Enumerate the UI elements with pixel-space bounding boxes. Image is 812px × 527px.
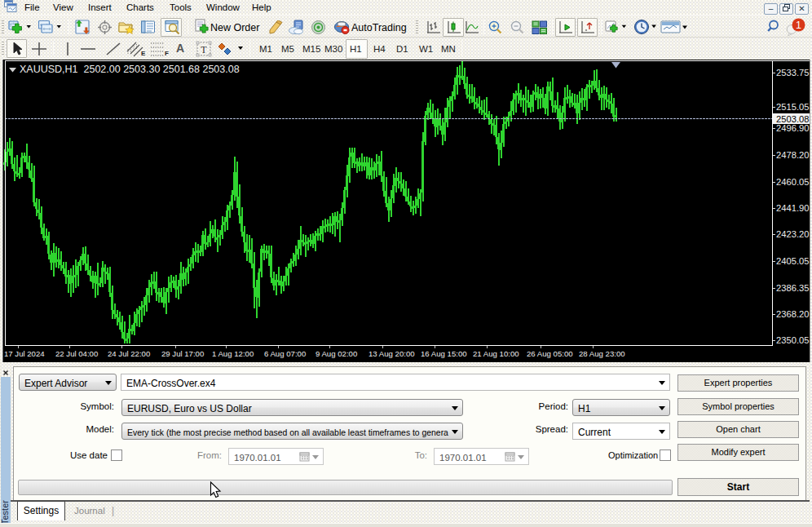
- svg-text:2515.05: 2515.05: [776, 102, 809, 112]
- svg-text:2441.90: 2441.90: [776, 203, 809, 213]
- svg-text:2503.08: 2503.08: [776, 114, 809, 124]
- svg-text:9 Aug 02:00: 9 Aug 02:00: [316, 349, 357, 358]
- svg-text:16 Aug 15:00: 16 Aug 15:00: [421, 349, 467, 358]
- svg-text:2478.20: 2478.20: [776, 150, 809, 160]
- svg-text:6 Aug 07:00: 6 Aug 07:00: [264, 349, 306, 358]
- svg-text:2533.75: 2533.75: [776, 68, 809, 78]
- svg-text:2405.05: 2405.05: [776, 256, 809, 266]
- svg-text:2423.20: 2423.20: [776, 229, 809, 239]
- svg-text:E: E: [141, 50, 146, 57]
- svg-text:26 Aug 05:00: 26 Aug 05:00: [527, 349, 573, 358]
- svg-text:24 Jul 22:00: 24 Jul 22:00: [108, 349, 150, 358]
- svg-text:22 Jul 04:00: 22 Jul 04:00: [55, 349, 98, 358]
- svg-text:T: T: [201, 44, 207, 55]
- svg-text:28 Aug 23:00: 28 Aug 23:00: [579, 349, 625, 358]
- svg-text:2350.05: 2350.05: [776, 335, 809, 345]
- svg-text:29 Jul 17:00: 29 Jul 17:00: [161, 349, 204, 358]
- svg-text:2368.20: 2368.20: [776, 309, 809, 319]
- svg-text:13 Aug 20:00: 13 Aug 20:00: [368, 349, 415, 358]
- svg-text:2460.05: 2460.05: [776, 177, 809, 187]
- svg-text:2496.90: 2496.90: [776, 123, 809, 133]
- svg-text:21 Aug 10:00: 21 Aug 10:00: [473, 349, 519, 358]
- svg-text:1 Aug 12:00: 1 Aug 12:00: [212, 349, 254, 358]
- svg-text:XAUUSD,H1 2502.00 2503.30 250: XAUUSD,H1 2502.00 2503.30 2501.68 2503.0…: [20, 64, 240, 75]
- svg-text:1: 1: [796, 20, 801, 31]
- svg-text:F: F: [165, 50, 169, 57]
- svg-text:17 Jul 2024: 17 Jul 2024: [4, 349, 45, 358]
- svg-text:2386.35: 2386.35: [776, 283, 809, 293]
